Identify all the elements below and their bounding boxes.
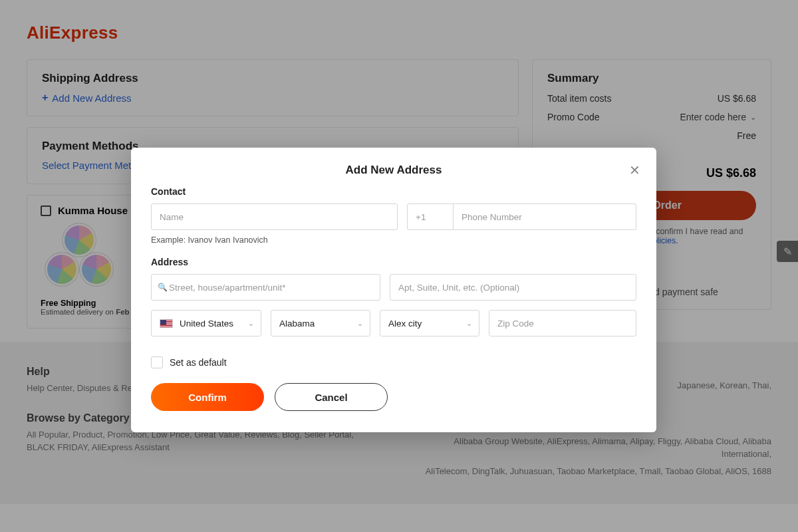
name-input[interactable]: [151, 203, 398, 230]
close-icon[interactable]: ✕: [629, 162, 640, 178]
city-value: Alex city: [388, 319, 422, 329]
modal-title: Add New Address: [151, 164, 636, 177]
set-default-row[interactable]: Set as default: [151, 356, 636, 368]
phone-input[interactable]: [454, 203, 636, 230]
cancel-button[interactable]: Cancel: [275, 383, 388, 411]
set-default-checkbox[interactable]: [151, 356, 163, 368]
address-label: Address: [151, 257, 636, 267]
search-icon: 🔍: [158, 283, 168, 292]
set-default-label: Set as default: [170, 357, 227, 368]
contact-label: Contact: [151, 186, 636, 197]
zip-input[interactable]: [489, 310, 636, 336]
country-value: United States: [180, 319, 233, 329]
chevron-down-icon: ⌄: [357, 319, 363, 328]
country-select[interactable]: United States ⌄: [151, 310, 261, 336]
state-select[interactable]: Alabama ⌄: [271, 310, 370, 336]
name-example: Example: Ivanov Ivan Ivanovich: [151, 235, 636, 245]
city-select[interactable]: Alex city ⌄: [380, 310, 479, 336]
add-address-modal: Add New Address ✕ Contact Example: Ivano…: [131, 148, 656, 432]
confirm-button[interactable]: Confirm: [151, 383, 264, 411]
street-input[interactable]: [151, 274, 380, 301]
chevron-down-icon: ⌄: [466, 319, 472, 328]
flag-us-icon: [160, 319, 173, 328]
chevron-down-icon: ⌄: [248, 319, 254, 328]
state-value: Alabama: [279, 319, 315, 329]
country-code-input[interactable]: [407, 203, 454, 230]
apt-input[interactable]: [390, 274, 636, 301]
